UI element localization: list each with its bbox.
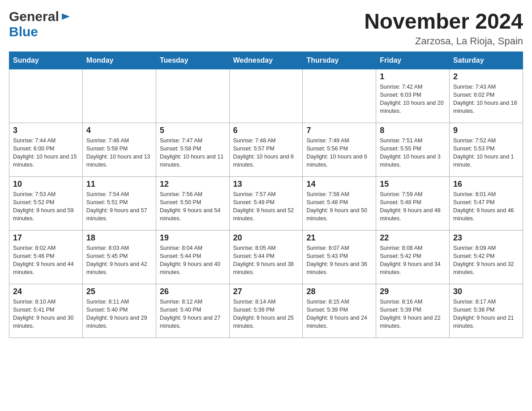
calendar-cell: 28Sunrise: 8:15 AMSunset: 5:39 PMDayligh… [303, 284, 376, 338]
day-info: Sunrise: 7:53 AMSunset: 5:52 PMDaylight:… [13, 190, 79, 223]
header-wednesday: Wednesday [229, 52, 303, 69]
day-number: 21 [306, 233, 372, 243]
day-info: Sunrise: 7:44 AMSunset: 6:00 PMDaylight:… [13, 137, 79, 169]
title-area: November 2024 Zarzosa, La Rioja, Spain [364, 9, 523, 47]
day-info: Sunrise: 7:51 AMSunset: 5:55 PMDaylight:… [380, 137, 446, 169]
header-saturday: Saturday [450, 52, 523, 69]
day-info: Sunrise: 8:12 AMSunset: 5:40 PMDaylight:… [160, 298, 226, 330]
day-number: 18 [86, 233, 152, 243]
calendar-cell: 6Sunrise: 7:48 AMSunset: 5:57 PMDaylight… [229, 123, 303, 177]
calendar-cell: 25Sunrise: 8:11 AMSunset: 5:40 PMDayligh… [82, 284, 156, 338]
day-number: 27 [233, 287, 299, 296]
day-info: Sunrise: 7:57 AMSunset: 5:49 PMDaylight:… [233, 190, 299, 223]
calendar-cell: 16Sunrise: 8:01 AMSunset: 5:47 PMDayligh… [450, 177, 523, 231]
day-number: 28 [306, 287, 372, 296]
calendar-cell: 7Sunrise: 7:49 AMSunset: 5:56 PMDaylight… [303, 123, 376, 177]
calendar-cell: 24Sunrise: 8:10 AMSunset: 5:41 PMDayligh… [9, 284, 83, 338]
calendar-cell: 12Sunrise: 7:56 AMSunset: 5:50 PMDayligh… [156, 177, 229, 231]
day-number: 20 [233, 233, 299, 243]
day-info: Sunrise: 8:11 AMSunset: 5:40 PMDaylight:… [86, 298, 152, 330]
header-thursday: Thursday [303, 52, 376, 69]
calendar-cell: 10Sunrise: 7:53 AMSunset: 5:52 PMDayligh… [9, 177, 83, 231]
day-info: Sunrise: 7:49 AMSunset: 5:56 PMDaylight:… [306, 137, 372, 169]
day-info: Sunrise: 8:09 AMSunset: 5:42 PMDaylight:… [453, 244, 519, 277]
day-info: Sunrise: 7:42 AMSunset: 6:03 PMDaylight:… [380, 83, 446, 116]
calendar-cell: 22Sunrise: 8:08 AMSunset: 5:42 PMDayligh… [376, 231, 450, 284]
header-friday: Friday [376, 52, 450, 69]
calendar-cell: 27Sunrise: 8:14 AMSunset: 5:39 PMDayligh… [229, 284, 303, 338]
day-info: Sunrise: 8:14 AMSunset: 5:39 PMDaylight:… [233, 298, 299, 330]
day-info: Sunrise: 7:52 AMSunset: 5:53 PMDaylight:… [453, 137, 519, 169]
header-row: Sunday Monday Tuesday Wednesday Thursday… [9, 52, 523, 69]
day-info: Sunrise: 8:01 AMSunset: 5:47 PMDaylight:… [453, 190, 519, 223]
day-info: Sunrise: 8:10 AMSunset: 5:41 PMDaylight:… [13, 298, 79, 330]
day-number: 17 [13, 233, 79, 243]
day-number: 9 [453, 126, 519, 135]
calendar-title: November 2024 [364, 9, 523, 34]
day-info: Sunrise: 7:56 AMSunset: 5:50 PMDaylight:… [160, 190, 226, 223]
day-number: 3 [13, 126, 79, 135]
calendar-cell: 11Sunrise: 7:54 AMSunset: 5:51 PMDayligh… [82, 177, 156, 231]
day-number: 25 [86, 287, 152, 296]
day-number: 14 [306, 180, 372, 189]
calendar-cell: 21Sunrise: 8:07 AMSunset: 5:43 PMDayligh… [303, 231, 376, 284]
day-number: 10 [13, 180, 79, 189]
calendar-cell: 14Sunrise: 7:58 AMSunset: 5:48 PMDayligh… [303, 177, 376, 231]
calendar-cell: 8Sunrise: 7:51 AMSunset: 5:55 PMDaylight… [376, 123, 450, 177]
calendar-cell: 9Sunrise: 7:52 AMSunset: 5:53 PMDaylight… [450, 123, 523, 177]
day-info: Sunrise: 8:15 AMSunset: 5:39 PMDaylight:… [306, 298, 372, 330]
calendar-cell [156, 69, 229, 123]
logo-blue-text: Blue [9, 24, 38, 39]
day-info: Sunrise: 7:43 AMSunset: 6:02 PMDaylight:… [453, 83, 519, 116]
calendar-cell: 1Sunrise: 7:42 AMSunset: 6:03 PMDaylight… [376, 69, 450, 123]
calendar-cell: 2Sunrise: 7:43 AMSunset: 6:02 PMDaylight… [450, 69, 523, 123]
day-info: Sunrise: 8:08 AMSunset: 5:42 PMDaylight:… [380, 244, 446, 277]
header-tuesday: Tuesday [156, 52, 229, 69]
calendar-subtitle: Zarzosa, La Rioja, Spain [364, 35, 523, 47]
day-number: 22 [380, 233, 446, 243]
calendar-cell: 23Sunrise: 8:09 AMSunset: 5:42 PMDayligh… [450, 231, 523, 284]
day-number: 12 [160, 180, 226, 189]
day-info: Sunrise: 8:04 AMSunset: 5:44 PMDaylight:… [160, 244, 226, 277]
calendar-week-3: 10Sunrise: 7:53 AMSunset: 5:52 PMDayligh… [9, 177, 523, 231]
calendar-cell: 26Sunrise: 8:12 AMSunset: 5:40 PMDayligh… [156, 284, 229, 338]
calendar-week-5: 24Sunrise: 8:10 AMSunset: 5:41 PMDayligh… [9, 284, 523, 338]
calendar-cell: 17Sunrise: 8:02 AMSunset: 5:46 PMDayligh… [9, 231, 83, 284]
calendar-cell: 4Sunrise: 7:46 AMSunset: 5:59 PMDaylight… [82, 123, 156, 177]
day-number: 8 [380, 126, 446, 135]
day-info: Sunrise: 8:07 AMSunset: 5:43 PMDaylight:… [306, 244, 372, 277]
day-info: Sunrise: 7:59 AMSunset: 5:48 PMDaylight:… [380, 190, 446, 223]
day-info: Sunrise: 7:46 AMSunset: 5:59 PMDaylight:… [86, 137, 152, 169]
day-info: Sunrise: 8:05 AMSunset: 5:44 PMDaylight:… [233, 244, 299, 277]
logo: General Blue [9, 9, 71, 39]
day-number: 23 [453, 233, 519, 243]
day-number: 7 [306, 126, 372, 135]
calendar-cell: 3Sunrise: 7:44 AMSunset: 6:00 PMDaylight… [9, 123, 83, 177]
day-info: Sunrise: 8:02 AMSunset: 5:46 PMDaylight:… [13, 244, 79, 277]
header-monday: Monday [82, 52, 156, 69]
day-number: 26 [160, 287, 226, 296]
day-number: 2 [453, 72, 519, 81]
day-number: 13 [233, 180, 299, 189]
day-number: 1 [380, 72, 446, 81]
calendar-cell: 5Sunrise: 7:47 AMSunset: 5:58 PMDaylight… [156, 123, 229, 177]
day-info: Sunrise: 8:17 AMSunset: 5:38 PMDaylight:… [453, 298, 519, 330]
calendar-cell: 30Sunrise: 8:17 AMSunset: 5:38 PMDayligh… [450, 284, 523, 338]
logo-general-text: General [9, 9, 59, 24]
day-number: 11 [86, 180, 152, 189]
day-info: Sunrise: 8:16 AMSunset: 5:39 PMDaylight:… [380, 298, 446, 330]
page-header: General Blue November 2024 Zarzosa, La R… [9, 9, 523, 47]
calendar-cell [229, 69, 303, 123]
day-number: 29 [380, 287, 446, 296]
day-number: 19 [160, 233, 226, 243]
header-sunday: Sunday [9, 52, 83, 69]
day-number: 16 [453, 180, 519, 189]
calendar-cell: 15Sunrise: 7:59 AMSunset: 5:48 PMDayligh… [376, 177, 450, 231]
day-info: Sunrise: 7:58 AMSunset: 5:48 PMDaylight:… [306, 190, 372, 223]
calendar-week-4: 17Sunrise: 8:02 AMSunset: 5:46 PMDayligh… [9, 231, 523, 284]
calendar-cell: 20Sunrise: 8:05 AMSunset: 5:44 PMDayligh… [229, 231, 303, 284]
day-number: 30 [453, 287, 519, 296]
svg-marker-0 [62, 13, 70, 20]
calendar-week-2: 3Sunrise: 7:44 AMSunset: 6:00 PMDaylight… [9, 123, 523, 177]
day-info: Sunrise: 7:54 AMSunset: 5:51 PMDaylight:… [86, 190, 152, 223]
